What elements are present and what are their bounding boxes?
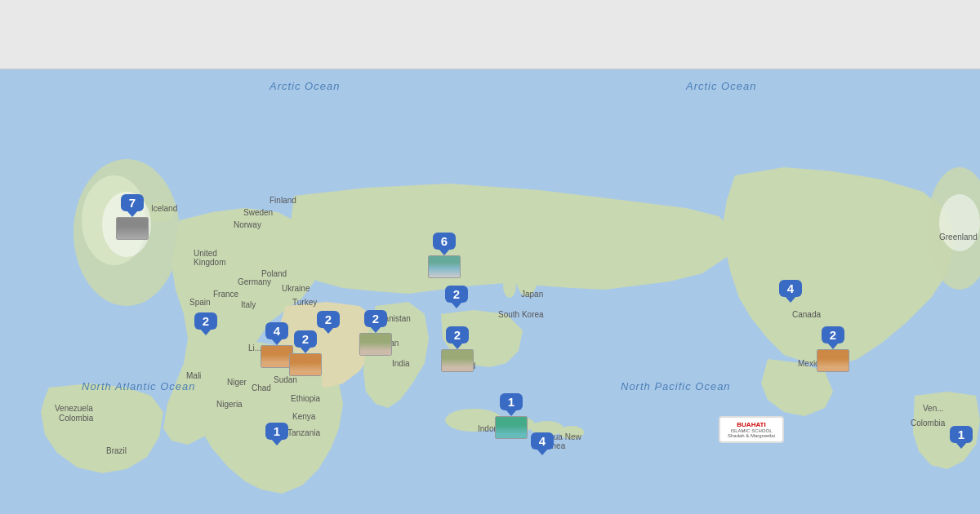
marker-thumbnail xyxy=(495,416,528,439)
svg-point-4 xyxy=(445,409,502,432)
marker-thumbnail xyxy=(261,345,293,368)
marker-thumbnail xyxy=(289,353,322,376)
marker-count: 2 xyxy=(445,286,468,303)
marker-egypt-marker[interactable]: 2 xyxy=(317,311,340,328)
svg-point-9 xyxy=(503,273,516,298)
marker-count: 2 xyxy=(822,326,844,343)
marker-kazakh-marker[interactable]: 2 xyxy=(445,286,468,303)
marker-thumbnail xyxy=(116,217,149,240)
marker-indonesia-marker[interactable]: 1 xyxy=(495,393,528,439)
marker-thumbnail xyxy=(428,255,461,278)
marker-papuang-marker[interactable]: 4 xyxy=(531,432,554,450)
marker-count: 1 xyxy=(500,393,523,410)
marker-count: 2 xyxy=(194,312,217,330)
marker-count: 2 xyxy=(317,311,340,328)
marker-canada-marker[interactable]: 4 xyxy=(779,280,802,297)
marker-thumbnail xyxy=(817,349,849,372)
top-bar xyxy=(0,0,980,69)
map-svg xyxy=(0,69,980,514)
marker-russia-marker[interactable]: 6 xyxy=(428,233,461,278)
marker-count: 2 xyxy=(294,330,317,348)
marker-thumbnail xyxy=(441,349,474,372)
marker-morocco-marker[interactable]: 2 xyxy=(194,312,217,330)
marker-count: 1 xyxy=(950,426,973,443)
marker-libya-marker[interactable]: 4 xyxy=(261,322,293,368)
marker-count: 4 xyxy=(779,280,802,297)
buahati-subtitle2: Shadah & Margreetlai xyxy=(725,433,777,438)
marker-thumbnail xyxy=(359,333,392,356)
marker-count: 2 xyxy=(446,326,469,343)
marker-count: 7 xyxy=(121,194,144,211)
buahati-marker[interactable]: BUAHATIISLAMIC SCHOOLShadah & Margreetla… xyxy=(719,416,784,443)
marker-us-marker[interactable]: 2 xyxy=(817,326,849,372)
marker-count: 6 xyxy=(433,233,456,250)
marker-count: 4 xyxy=(531,432,554,450)
buahati-title: BUAHATI xyxy=(725,421,777,428)
svg-point-7 xyxy=(559,426,584,439)
marker-saudi-marker[interactable]: 2 xyxy=(289,330,322,376)
marker-count: 1 xyxy=(265,423,288,440)
marker-brazil-marker[interactable]: 1 xyxy=(950,426,973,443)
marker-afg2-marker[interactable]: 2 xyxy=(441,326,474,372)
svg-point-12 xyxy=(939,194,980,251)
marker-africa-marker[interactable]: 1 xyxy=(265,423,288,440)
marker-count: 2 xyxy=(364,310,387,327)
marker-greenland-marker[interactable]: 7 xyxy=(116,194,149,240)
marker-afg1-marker[interactable]: 2 xyxy=(359,310,392,356)
svg-point-8 xyxy=(515,250,538,296)
marker-count: 4 xyxy=(265,322,288,339)
map-container[interactable]: Arctic OceanArctic OceanNorth Atlantic O… xyxy=(0,69,980,514)
